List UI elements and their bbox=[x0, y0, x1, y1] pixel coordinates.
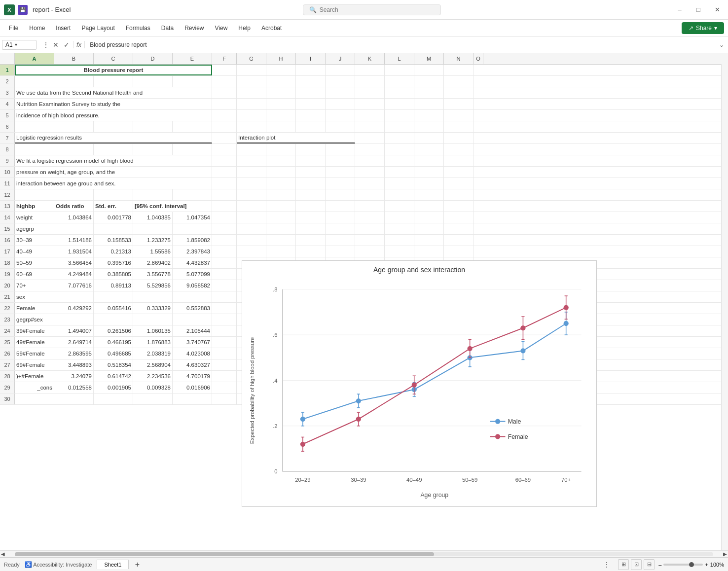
col-header-K[interactable]: K bbox=[355, 53, 385, 64]
svg-text:40–49: 40–49 bbox=[406, 477, 422, 483]
share-button[interactable]: ↗ Share ▾ bbox=[682, 22, 724, 34]
col-header-A[interactable]: A bbox=[15, 53, 54, 64]
options-dots-icon[interactable]: ⋮ bbox=[603, 561, 610, 569]
cell-F1[interactable] bbox=[212, 65, 237, 75]
menu-file[interactable]: File bbox=[4, 23, 23, 34]
cell-H1[interactable] bbox=[266, 65, 296, 75]
maximize-button[interactable]: □ bbox=[692, 3, 705, 17]
table-row: 15 agegrp bbox=[0, 223, 728, 235]
zoom-slider[interactable] bbox=[663, 564, 703, 566]
svg-text:Expected probability of high b: Expected probability of high blood press… bbox=[249, 337, 255, 444]
search-input[interactable] bbox=[320, 6, 418, 13]
cell-A1[interactable]: Blood pressure report bbox=[15, 65, 212, 75]
scroll-left-arrow[interactable]: ◀ bbox=[1, 551, 5, 557]
table-row: 7 Logistic regression results Interactio… bbox=[0, 133, 728, 144]
col-header-H[interactable]: H bbox=[266, 53, 296, 64]
table-row: 11 interaction between age group and sex… bbox=[0, 178, 728, 189]
page-break-view-icon[interactable]: ⊟ bbox=[644, 559, 655, 570]
col-header-L[interactable]: L bbox=[385, 53, 414, 64]
table-row: 2 bbox=[0, 76, 728, 87]
close-button[interactable]: ✕ bbox=[710, 3, 724, 17]
horizontal-scrollbar[interactable]: ◀ ▶ bbox=[0, 550, 728, 557]
svg-point-42 bbox=[520, 348, 525, 353]
chart-svg: 0 .2 .4 .6 .8 20–29 30–39 40–49 50–59 60… bbox=[247, 278, 591, 503]
menu-data[interactable]: Data bbox=[156, 23, 179, 34]
status-right: ⋮ ⊞ ⊡ ⊟ – + 100% bbox=[603, 559, 724, 570]
svg-point-72 bbox=[495, 434, 500, 439]
col-header-C[interactable]: C bbox=[94, 53, 133, 64]
formula-bar: A1 ▾ ⋮ ✕ ✓ fx Blood pressure report ⌄ bbox=[0, 36, 728, 53]
menu-insert[interactable]: Insert bbox=[51, 23, 75, 34]
cell-L1[interactable] bbox=[385, 65, 414, 75]
svg-point-66 bbox=[520, 325, 525, 330]
svg-text:60–69: 60–69 bbox=[515, 477, 531, 483]
search-box[interactable]: 🔍 bbox=[303, 4, 441, 15]
vertical-scrollbar[interactable] bbox=[721, 64, 728, 550]
svg-text:Male: Male bbox=[508, 418, 521, 425]
menu-home[interactable]: Home bbox=[24, 23, 50, 34]
menu-review[interactable]: Review bbox=[180, 23, 209, 34]
svg-text:70+: 70+ bbox=[561, 477, 571, 483]
formula-input[interactable]: Blood pressure report bbox=[87, 41, 715, 48]
col-header-J[interactable]: J bbox=[326, 53, 355, 64]
zoom-in-icon[interactable]: + bbox=[705, 562, 708, 568]
cell-G1[interactable] bbox=[237, 65, 266, 75]
more-options-icon[interactable]: ⋮ bbox=[42, 41, 49, 49]
cell-K1[interactable] bbox=[355, 65, 385, 75]
col-header-M[interactable]: M bbox=[414, 53, 444, 64]
svg-point-63 bbox=[356, 417, 361, 422]
row-num-corner bbox=[0, 53, 15, 64]
zoom-out-icon[interactable]: – bbox=[658, 562, 661, 568]
zoom-area: – + 100% bbox=[658, 562, 724, 568]
cell-I1[interactable] bbox=[296, 65, 326, 75]
formula-bar-expand-icon[interactable]: ⌄ bbox=[717, 41, 726, 48]
cell-J1[interactable] bbox=[326, 65, 355, 75]
minimize-button[interactable]: – bbox=[673, 3, 687, 17]
col-header-G[interactable]: G bbox=[237, 53, 266, 64]
svg-point-43 bbox=[564, 321, 569, 326]
cell-M1[interactable] bbox=[414, 65, 444, 75]
menu-help[interactable]: Help bbox=[233, 23, 255, 34]
svg-text:.4: .4 bbox=[273, 378, 277, 384]
col-header-F[interactable]: F bbox=[212, 53, 237, 64]
menu-page-layout[interactable]: Page Layout bbox=[76, 23, 119, 34]
col-header-N[interactable]: N bbox=[444, 53, 473, 64]
cell-reference[interactable]: A1 ▾ bbox=[2, 40, 36, 50]
confirm-icon[interactable]: ✓ bbox=[62, 41, 71, 49]
table-row: 16 30–39 1.514186 0.158533 1.233275 1.85… bbox=[0, 235, 728, 246]
accessibility-icon: ♿ bbox=[25, 561, 32, 568]
svg-point-62 bbox=[300, 442, 305, 447]
table-row: 5 incidence of high blood pressure. bbox=[0, 110, 728, 121]
svg-text:30–39: 30–39 bbox=[351, 477, 366, 483]
table-row: 8 bbox=[0, 144, 728, 155]
row-num-1: 1 bbox=[0, 65, 15, 75]
normal-view-icon[interactable]: ⊞ bbox=[618, 559, 629, 570]
sheet-tab-sheet1[interactable]: Sheet1 bbox=[97, 560, 129, 569]
menu-bar: File Home Insert Page Layout Formulas Da… bbox=[0, 20, 728, 36]
save-icon[interactable]: 💾 bbox=[18, 5, 28, 15]
table-row: 17 40–49 1.931504 0.21313 1.55586 2.3978… bbox=[0, 246, 728, 257]
scroll-right-arrow[interactable]: ▶ bbox=[723, 551, 727, 557]
cancel-icon[interactable]: ✕ bbox=[51, 41, 60, 49]
menu-acrobat[interactable]: Acrobat bbox=[256, 23, 287, 34]
page-layout-view-icon[interactable]: ⊡ bbox=[631, 559, 642, 570]
add-sheet-button[interactable]: + bbox=[132, 559, 143, 570]
col-header-I[interactable]: I bbox=[296, 53, 326, 64]
cell-ref-dropdown-icon[interactable]: ▾ bbox=[15, 42, 17, 47]
menu-view[interactable]: View bbox=[210, 23, 233, 34]
col-header-D[interactable]: D bbox=[133, 53, 173, 64]
svg-point-69 bbox=[495, 419, 500, 424]
col-header-E[interactable]: E bbox=[173, 53, 212, 64]
table-row: 4 Nutrition Examination Survey to study … bbox=[0, 99, 728, 110]
svg-point-38 bbox=[300, 417, 305, 422]
svg-text:Age group: Age group bbox=[420, 492, 448, 499]
menu-formulas[interactable]: Formulas bbox=[121, 23, 155, 34]
cell-N1[interactable] bbox=[444, 65, 473, 75]
search-icon: 🔍 bbox=[309, 6, 317, 13]
view-icons: ⊞ ⊡ ⊟ bbox=[618, 559, 655, 570]
col-header-O[interactable]: O bbox=[473, 53, 483, 64]
col-header-B[interactable]: B bbox=[54, 53, 94, 64]
table-row: 6 bbox=[0, 121, 728, 133]
svg-text:.2: .2 bbox=[273, 423, 277, 429]
accessibility-status[interactable]: ♿ Accessibility: Investigate bbox=[25, 561, 92, 568]
